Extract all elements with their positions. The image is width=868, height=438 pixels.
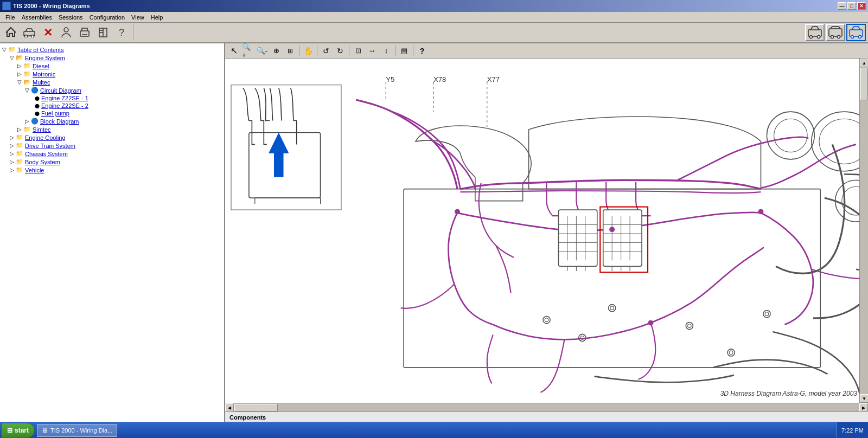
folder-icon: 📁 [23,62,31,69]
tree-fuel-pump[interactable]: ⬤ Fuel pump [35,110,222,117]
scroll-right-button[interactable]: ▶ [859,403,868,411]
close-button[interactable]: ✕ [857,2,866,10]
menu-bar: File Assemblies Sessions Configuration V… [0,12,868,23]
tree-z22se-2[interactable]: ⬤ Engine Z22SE - 2 [35,102,222,110]
expand-icon: ▷ [17,71,22,77]
scroll-track[interactable] [860,67,868,394]
z22se-2-link[interactable]: Engine Z22SE - 2 [41,102,88,109]
scroll-down-button[interactable]: ▼ [860,394,868,403]
horizontal-scrollbar[interactable]: ◀ ▶ [225,403,868,411]
menu-assemblies[interactable]: Assemblies [18,13,55,22]
svg-rect-8 [829,29,842,36]
drive-train-link[interactable]: Drive Train System [25,143,75,149]
diagram-area[interactable]: Y5 X78 X77 [225,59,868,403]
tree-chassis-system[interactable]: ▷ 📁 Chassis System [10,150,222,158]
start-button[interactable]: ⊞ start [1,423,35,438]
person-button[interactable] [58,24,75,41]
simtec-link[interactable]: Simtec [33,126,51,133]
menu-configuration[interactable]: Configuration [86,13,128,22]
diagram-help-button[interactable]: ? [416,45,429,57]
rotate-left-tool[interactable]: ↺ [320,45,333,57]
body-system-link[interactable]: Body System [25,159,60,165]
svg-rect-14 [225,70,868,391]
tree-body-system[interactable]: ▷ 📁 Body System [10,158,222,166]
bullet-icon: ⬤ [35,111,40,116]
right-panel: ↖ 🔍+ 🔍- ⊕ ⊞ ✋ ↺ ↻ ⊡ ↔ ↕ ▤ ? [225,43,868,423]
left-panel[interactable]: ▽ 📁 Table of Contents ▽ 📂 Engine System … [0,43,225,423]
minimize-button[interactable]: — [838,2,846,10]
block-diagram-link[interactable]: Block Diagram [40,118,79,125]
zoom-out-tool[interactable]: 🔍- [256,45,269,57]
book-button[interactable] [94,24,112,41]
folder-icon: 📁 [16,150,23,157]
toc-link[interactable]: Table of Contents [17,47,64,53]
start-icon: ⊞ [7,427,12,434]
tree-engine-cooling[interactable]: ▷ 📁 Engine Cooling [10,133,222,141]
pan-tool[interactable]: ✋ [302,45,315,57]
diagram-container: Y5 X78 X77 [225,59,868,411]
h-scroll-thumb[interactable] [234,404,278,411]
print-button[interactable] [76,24,93,41]
stop-button[interactable]: ✕ [39,24,56,41]
home-button[interactable] [2,24,20,41]
fuel-pump-link[interactable]: Fuel pump [41,110,69,117]
motronic-link[interactable]: Motronic [33,71,55,78]
vertical-scrollbar[interactable]: ▲ ▼ [859,59,868,403]
taskbar-item-tis[interactable]: 🖥 TIS 2000 - Wiring Dia... [37,424,117,437]
engine-cooling-link[interactable]: Engine Cooling [25,134,66,141]
menu-view[interactable]: View [128,13,148,22]
diagram-caption: 3D Harness Diagram Astra-G, model year 2… [720,390,857,397]
fit-page-tool[interactable]: ⊡ [352,45,365,57]
tree-engine-system[interactable]: ▽ 📂 Engine System [10,54,222,62]
rotate-right-tool[interactable]: ↻ [334,45,347,57]
menu-file[interactable]: File [2,13,18,22]
svg-point-70 [610,227,615,232]
zoom-area-tool[interactable]: ⊞ [284,45,297,57]
tree-root[interactable]: ▽ 📁 Table of Contents [2,46,222,54]
maximize-button[interactable]: □ [847,2,856,10]
tree-drive-train[interactable]: ▷ 📁 Drive Train System [10,141,222,150]
car-view-1-button[interactable] [805,24,825,41]
highlight-tool[interactable]: ▤ [398,45,411,57]
circuit-diagram-link[interactable]: Circuit Diagram [40,87,81,94]
tree-diesel[interactable]: ▷ 📁 Diesel [17,62,222,70]
h-scroll-track[interactable] [234,403,859,411]
window-controls: — □ ✕ [838,2,866,10]
help-button[interactable]: ? [113,24,130,41]
expand-icon: ▽ [2,47,7,53]
chassis-system-link[interactable]: Chassis System [25,151,68,157]
scroll-left-button[interactable]: ◀ [225,403,234,411]
tree-multec[interactable]: ▽ 📂 Multec [17,78,222,86]
zoom-in-tool[interactable]: 🔍+ [241,45,254,57]
tree-circuit-diagram[interactable]: ▽ 🔵 Circuit Diagram [25,86,222,94]
bullet-icon: ⬤ [35,104,40,108]
z22se-1-link[interactable]: Engine Z22SE - 1 [41,95,88,101]
folder-icon: 📁 [8,46,16,53]
expand-icon: ▷ [10,134,14,140]
car-view-2-button[interactable] [826,24,845,41]
tree-vehicle[interactable]: ▷ 📁 Vehicle [10,166,222,174]
menu-help[interactable]: Help [148,13,167,22]
svg-point-3 [64,28,68,32]
open-folder-icon: 📂 [23,79,31,86]
scroll-thumb[interactable] [860,68,868,100]
tree-z22se-1[interactable]: ⬤ Engine Z22SE - 1 [35,94,222,102]
car-view-3-button[interactable] [846,24,866,41]
vehicle-link[interactable]: Vehicle [25,167,44,173]
svg-point-13 [859,36,861,38]
diesel-link[interactable]: Diesel [33,63,49,69]
scroll-up-button[interactable]: ▲ [860,59,868,67]
vehicle-button[interactable] [21,24,38,41]
multec-link[interactable]: Multec [33,79,50,86]
fit-height-tool[interactable]: ↕ [380,45,393,57]
engine-system-link[interactable]: Engine System [25,55,65,61]
tree-motronic[interactable]: ▷ 📁 Motronic [17,70,222,78]
menu-sessions[interactable]: Sessions [55,13,86,22]
expand-icon: ▷ [10,143,14,149]
fit-width-tool[interactable]: ↔ [366,45,379,57]
tree-block-diagram[interactable]: ▷ 🔵 Block Diagram [25,117,222,125]
select-tool[interactable]: ↖ [227,45,240,57]
tree-simtec[interactable]: ▷ 📁 Simtec [17,125,222,133]
toolbar-separator-1 [133,24,134,41]
zoom-tool2[interactable]: ⊕ [270,45,283,57]
